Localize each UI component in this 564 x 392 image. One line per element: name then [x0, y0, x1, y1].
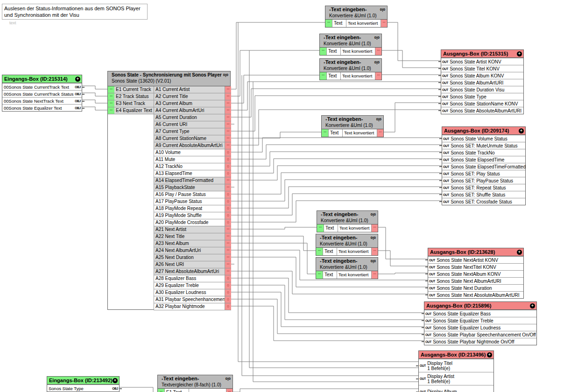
input-box-header[interactable]: Eingangs-Box (ID:213492)+	[47, 377, 119, 385]
output-ko-row[interactable]: OUTSonos State Volume Status	[442, 135, 525, 142]
function-block-header[interactable]: -Text eingeben-0|0Textvergleicher (8-fac…	[158, 375, 233, 389]
output-pin[interactable]: ””	[225, 184, 231, 191]
wire[interactable]	[231, 278, 424, 313]
function-block-header[interactable]: -Text eingeben-0|0Konvertiere &Uml (1.0)	[320, 34, 381, 48]
wire[interactable]	[384, 103, 441, 132]
output-ko-row[interactable]: OUTSonos State Titel KONV	[441, 65, 523, 72]
sonos-output-row[interactable]: A14 ElapsedTimeFormatted””	[154, 177, 231, 184]
text-converter-block[interactable]: -Text eingeben-0|0Konvertiere &Uml (1.0)…	[325, 6, 388, 28]
output-ko-row[interactable]: OUTDisplay Album	[419, 385, 494, 392]
output-pin[interactable]: ””	[225, 114, 231, 121]
sonos-output-row[interactable]: A1 Current Artist””	[154, 86, 231, 93]
input-pin[interactable]: ””	[158, 389, 164, 392]
output-pin[interactable]: ””	[225, 177, 231, 184]
expand-plus-icon[interactable]: +	[487, 352, 492, 357]
output-ko-row[interactable]: OUTSonos SET: MuteUnmute Status	[442, 142, 525, 149]
text-converter-block[interactable]: -Text eingeben-0|0Konvertiere &Uml (1.0)…	[316, 234, 378, 256]
output-pin[interactable]: ””	[225, 240, 231, 247]
expand-plus-icon[interactable]: +	[517, 51, 522, 56]
output-ko-row[interactable]: OUTSonos State StationName KONV	[441, 100, 523, 107]
text-converter-block[interactable]: -Text eingeben-0|0Konvertiere &Uml (1.0)…	[319, 34, 382, 56]
output-pin[interactable]: 0	[225, 163, 231, 170]
sonos-output-row[interactable]: A29 Equalizer Treble0	[154, 282, 231, 289]
output-ko-row[interactable]: OUTSonos SET: Shuffle Status	[442, 191, 525, 198]
wire[interactable]	[231, 173, 442, 194]
function-block-pin-row[interactable]: ””TextText konvertiert””	[322, 129, 383, 137]
output-box[interactable]: Ausgangs-Box (ID:213496)+OUTDisplay Tite…	[418, 350, 494, 392]
output-box-header[interactable]: Ausgangs-Box (ID:213496)+	[419, 351, 494, 359]
sonos-input-row[interactable]: ””E2 Track Status	[108, 93, 154, 100]
output-ko-row[interactable]: OUTDisplay Titel1 Befehl(e)	[419, 359, 494, 372]
input-pin[interactable]: ””	[317, 224, 324, 232]
expand-plus-icon[interactable]: +	[519, 128, 524, 133]
output-pin[interactable]: ””	[226, 389, 233, 392]
sonos-output-row[interactable]: A13 ElapsedTime0	[154, 170, 231, 177]
output-pin[interactable]: ””	[225, 100, 231, 107]
output-pin[interactable]: ””	[377, 129, 383, 137]
output-box-header[interactable]: Ausgangs-Box (ID:215896)+	[424, 302, 536, 310]
wire[interactable]	[82, 93, 107, 96]
sonos-output-row[interactable]: A10 Volume0	[154, 149, 231, 156]
text-converter-block[interactable]: -Text eingeben-0|0Konvertiere &Uml (1.0)…	[319, 58, 382, 80]
wire[interactable]	[231, 187, 442, 208]
output-pin[interactable]: ””	[225, 107, 231, 114]
input-ko-row[interactable]: 00Sonos State Equalizer TextOBJ	[2, 104, 82, 111]
output-ko-row[interactable]: OUTSonos State AbsoluteAlbumArtURI	[441, 107, 523, 114]
output-pin[interactable]: 0	[225, 219, 231, 226]
output-pin[interactable]: 0	[225, 275, 231, 282]
wire[interactable]	[233, 389, 418, 392]
sonos-state-block[interactable]: Sonos State - Synchronisierung mit Sonos…	[107, 71, 231, 310]
output-pin[interactable]: 0	[225, 212, 231, 219]
function-block-pin-row[interactable]: ””TextText konvertiert””	[316, 271, 378, 279]
expand-plus-icon[interactable]: +	[113, 378, 118, 383]
wire[interactable]	[82, 86, 107, 89]
output-ko-row[interactable]: OUTSonos State Type	[441, 93, 523, 100]
sonos-input-row[interactable]: ””E3 Next Track	[108, 100, 154, 107]
sonos-output-row[interactable]: A23 Next Album””	[154, 240, 231, 247]
output-pin[interactable]: ””	[371, 248, 378, 255]
function-block-header[interactable]: -Text eingeben-0|0Konvertiere &Uml (1.0)	[316, 234, 378, 248]
input-ko-row[interactable]: Sonos State TypeOBJ	[47, 385, 119, 392]
sonos-output-row[interactable]: A16 Play / Pause Status0	[154, 191, 231, 198]
function-block-header[interactable]: -Text eingeben-0|0Konvertiere &Uml (1.0)	[317, 211, 378, 224]
sonos-output-row[interactable]: A24 Next AlbumArtUri””	[154, 247, 231, 254]
output-ko-row[interactable]: OUTSonos State NextAlbum KONV	[428, 270, 523, 277]
sonos-input-row[interactable]: ””E1 Current Track	[108, 86, 154, 93]
wire[interactable]	[378, 273, 428, 274]
output-ko-row[interactable]: OUTSonos State Album KONV	[441, 72, 523, 79]
output-box-header[interactable]: Ausgangs-Box (ID:209174)+	[442, 127, 525, 135]
output-pin[interactable]: ””	[225, 261, 231, 268]
output-ko-row[interactable]: OUTSonos State AlbumArtURI	[441, 79, 523, 86]
input-ko-row[interactable]: 00Sonos State CurrentTrack TextOBJ	[2, 83, 82, 90]
sonos-output-row[interactable]: A15 PlaybackState””	[154, 184, 231, 191]
input-pin[interactable]: ””	[320, 72, 326, 80]
output-pin[interactable]: 0	[225, 303, 231, 310]
comment-box[interactable]: Auslesen der Status-Informationen aus de…	[2, 4, 148, 20]
function-block-pin-row[interactable]: ””E1 Text””	[158, 389, 233, 392]
function-block-header[interactable]: -Text eingeben-0|0Konvertiere &Uml (1.0)	[316, 258, 378, 271]
input-pin[interactable]: ””	[320, 48, 326, 55]
output-ko-row[interactable]: OUTSonos SET: Repeat Status	[442, 184, 525, 191]
sonos-block-header[interactable]: Sonos State - Synchronisierung mit Sonos…	[108, 71, 230, 86]
output-ko-row[interactable]: OUTSonos State Next AlbumArtURI	[428, 277, 523, 284]
input-box-header[interactable]: Eingangs-Box (ID:215314)+	[2, 75, 82, 83]
output-pin[interactable]: ””	[381, 20, 387, 27]
function-block-pin-row[interactable]: ””TextText konvertiert””	[325, 20, 387, 27]
output-pin[interactable]: ””	[375, 48, 381, 55]
output-pin[interactable]: ””	[225, 93, 231, 100]
output-pin[interactable]: 0	[225, 296, 231, 303]
input-pin[interactable]: ””	[108, 107, 114, 114]
wire[interactable]	[231, 243, 316, 274]
input-pin[interactable]: ””	[108, 100, 114, 107]
input-pin[interactable]: ””	[325, 20, 332, 27]
sonos-output-row[interactable]: A32 Playbar Nightmode0	[154, 303, 231, 310]
output-ko-row[interactable]: OUTSonos State Next Duration	[428, 284, 523, 291]
sonos-output-row[interactable]: A25 Next Duration””	[154, 254, 231, 261]
output-box[interactable]: Ausgangs-Box (ID:215315)+OUTSonos State …	[441, 49, 524, 114]
wire[interactable]	[231, 22, 325, 89]
output-ko-row[interactable]: OUTSonos State NextArtist KONV	[428, 256, 523, 263]
output-box-header[interactable]: Ausgangs-Box (ID:213628)+	[428, 248, 523, 256]
sonos-output-row[interactable]: A21 Next Artist””	[154, 226, 231, 233]
sonos-output-row[interactable]: A3 Current Album””	[154, 100, 231, 107]
wire[interactable]	[231, 292, 424, 327]
